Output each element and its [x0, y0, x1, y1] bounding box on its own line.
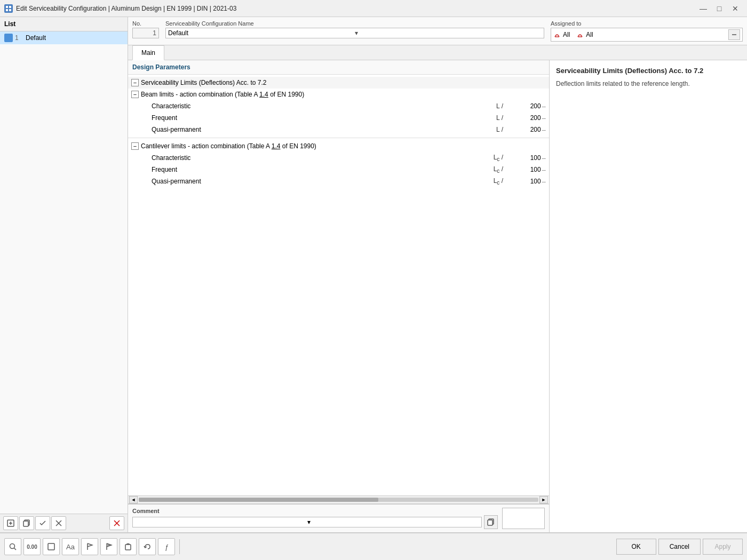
scroll-track[interactable] [139, 498, 538, 502]
member-icon2 [576, 31, 584, 38]
comment-label: Comment [132, 508, 498, 514]
title-bar-left: Edit Serviceability Configuration | Alum… [4, 4, 236, 13]
ok-button[interactable]: OK [616, 539, 656, 555]
assigned-to-field: Assigned to All [551, 20, 743, 42]
config-name-label: Serviceability Configuration Name [165, 20, 544, 27]
config-no-field: No. [132, 20, 159, 42]
svg-rect-0 [6, 6, 8, 8]
beam-frequent-label: Frequent [152, 114, 471, 122]
sidebar-item-num: 1 [15, 34, 23, 42]
cant-characteristic-unit: Lc / [471, 154, 503, 162]
cant-quasipermanent-value: 100 [514, 178, 541, 185]
scroll-thumb [139, 498, 378, 502]
chevron-down-icon: ▾ [355, 29, 542, 37]
assigned-to-row: All All [551, 28, 743, 42]
config-name-dropdown[interactable]: Default ▾ [165, 28, 544, 38]
svg-line-19 [14, 548, 17, 550]
svg-rect-3 [9, 9, 11, 11]
text-button[interactable]: Aa [62, 538, 79, 555]
cant-characteristic-label: Characteristic [152, 154, 471, 162]
cant-frequent-unit: Lc / [471, 165, 503, 174]
panel-body: Design Parameters − Serviceability Limit… [128, 60, 747, 532]
apply-button[interactable]: Apply [703, 539, 743, 555]
svg-rect-1 [9, 6, 11, 8]
title-bar-controls: — □ ✕ [696, 3, 743, 14]
tree-row-beam[interactable]: − Beam limits - action combination (Tabl… [128, 89, 549, 100]
search-button[interactable] [4, 538, 21, 555]
sidebar-toolbar [0, 514, 128, 532]
tabs-bar: Main [128, 45, 747, 60]
design-params-content: − Serviceability Limits (Deflections) Ac… [128, 75, 549, 495]
info-panel-title: Serviceability Limits (Deflections) Acc.… [556, 67, 741, 75]
beam-characteristic-value-cell: 200 -- [503, 102, 546, 110]
beam-quasipermanent-value: 200 [514, 126, 541, 133]
beam-characteristic-unit: L / [471, 102, 503, 110]
undo-button[interactable] [139, 538, 156, 555]
beam-frequent-value: 200 [514, 114, 541, 122]
scroll-right-button[interactable]: ► [539, 496, 548, 503]
cant-frequent-dash: -- [542, 166, 546, 173]
rectangle-button[interactable] [43, 538, 60, 555]
window-title: Edit Serviceability Configuration | Alum… [16, 5, 236, 12]
config-no-label: No. [132, 20, 159, 27]
flag2-button[interactable] [100, 538, 117, 555]
cant-characteristic-value: 100 [514, 154, 541, 162]
sidebar-header: List [0, 17, 128, 31]
scroll-left-button[interactable]: ◄ [129, 496, 138, 503]
minimize-button[interactable]: — [696, 3, 711, 14]
function-button[interactable]: ƒ [158, 538, 175, 555]
tree-row-beam-frequent[interactable]: Frequent L / 200 -- [128, 112, 549, 124]
cancel-button[interactable]: Cancel [658, 539, 701, 555]
sidebar-item-default[interactable]: 1 Default [0, 31, 128, 44]
beam-quasipermanent-dash: -- [542, 126, 546, 133]
config-no-input[interactable] [132, 28, 159, 38]
bottom-toolbar: 0.00 Aa ƒ OK Cancel Apply [0, 532, 747, 560]
beam-label: Beam limits - action combination (Table … [141, 91, 546, 98]
tree-row-cant-frequent[interactable]: Frequent Lc / 100 -- [128, 164, 549, 175]
tree-row-cant-quasipermanent[interactable]: Quasi-permanent Lc / 100 -- [128, 175, 549, 187]
clipboard-button[interactable] [120, 538, 137, 555]
assigned-all2: All [586, 31, 593, 38]
cant-quasipermanent-dash: -- [542, 178, 546, 185]
comment-copy-button[interactable] [484, 515, 498, 529]
svg-point-18 [10, 544, 15, 549]
config-icon [4, 34, 13, 42]
close-button[interactable]: ✕ [728, 3, 743, 14]
uncheck-config-button[interactable] [51, 516, 66, 530]
delete-config-button[interactable] [109, 516, 124, 530]
tree-expand-serviceability[interactable]: − [131, 79, 139, 86]
tree-expand-beam[interactable]: − [131, 91, 139, 98]
tree-expand-cantilever[interactable]: − [131, 142, 139, 150]
svg-rect-20 [48, 543, 54, 550]
dialog-buttons: OK Cancel Apply [616, 539, 743, 555]
flag-button[interactable] [81, 538, 98, 555]
check-config-button[interactable] [35, 516, 50, 530]
sidebar-item-label: Default [26, 34, 46, 42]
config-name-value: Default [168, 29, 355, 37]
tab-main[interactable]: Main [132, 45, 164, 60]
toolbar-separator [179, 539, 180, 554]
copy-config-button[interactable] [19, 516, 34, 530]
assigned-clear-button[interactable] [728, 29, 740, 40]
tree-row-cantilever[interactable]: − Cantilever limits - action combination… [128, 140, 549, 152]
beam-quasipermanent-value-cell: 200 -- [503, 126, 546, 133]
comment-chevron-icon: ▾ [307, 518, 480, 526]
comment-dropdown[interactable]: ▾ [132, 517, 482, 527]
beam-frequent-value-cell: 200 -- [503, 114, 546, 122]
cant-frequent-value: 100 [514, 166, 541, 173]
tree-separator [128, 138, 549, 138]
beam-quasipermanent-label: Quasi-permanent [152, 126, 471, 133]
assigned-to-label: Assigned to [551, 20, 743, 27]
cant-characteristic-dash: -- [542, 155, 546, 161]
horizontal-scrollbar[interactable]: ◄ ► [128, 495, 549, 504]
tree-row-serviceability[interactable]: − Serviceability Limits (Deflections) Ac… [128, 77, 549, 89]
maximize-button[interactable]: □ [712, 3, 727, 14]
tree-row-beam-characteristic[interactable]: Characteristic L / 200 -- [128, 100, 549, 112]
design-params-panel: Design Parameters − Serviceability Limit… [128, 60, 550, 532]
config-header: No. Serviceability Configuration Name De… [128, 17, 747, 45]
svg-rect-2 [6, 9, 8, 11]
tree-row-cant-characteristic[interactable]: Characteristic Lc / 100 -- [128, 152, 549, 164]
add-config-button[interactable] [3, 516, 18, 530]
value-button[interactable]: 0.00 [23, 538, 41, 555]
tree-row-beam-quasipermanent[interactable]: Quasi-permanent L / 200 -- [128, 124, 549, 135]
